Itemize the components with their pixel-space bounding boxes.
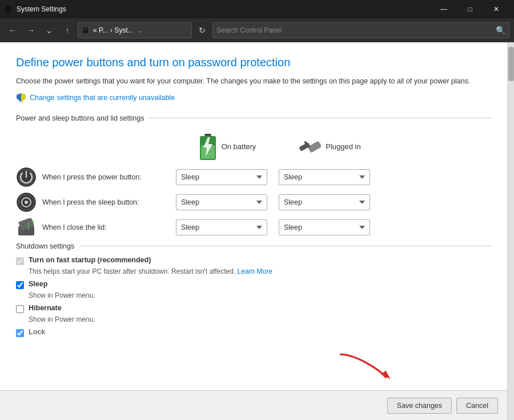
window-controls: — □ ✕ <box>431 0 509 18</box>
minimize-button[interactable]: — <box>431 0 457 18</box>
hibernate-sublabel: Show in Power menu. <box>29 315 491 323</box>
svg-marker-18 <box>381 371 391 379</box>
lock-row: Lock <box>16 328 491 337</box>
address-text: « P... › Syst... <box>93 26 133 34</box>
page-title: Define power buttons and turn on passwor… <box>16 56 491 69</box>
plugged-header: Plugged in <box>279 129 382 165</box>
battery-header: On battery <box>176 129 279 165</box>
footer: Save changes Cancel <box>0 390 507 420</box>
fast-startup-checkbox[interactable] <box>16 257 24 265</box>
lid-icon <box>16 217 37 238</box>
sleep-plugged-select[interactable]: Sleep Do nothing Hibernate Shut down <box>279 194 370 210</box>
shutdown-section: Shutdown settings Turn on fast startup (… <box>16 242 491 337</box>
content-wrapper: Define power buttons and turn on passwor… <box>0 42 514 420</box>
fast-startup-label: Turn on fast startup (recommended) <box>29 256 151 264</box>
lid-battery-select[interactable]: Sleep Do nothing Hibernate Shut down <box>176 219 267 235</box>
hibernate-checkbox[interactable] <box>16 305 24 313</box>
power-battery-select-wrapper: Sleep Do nothing Hibernate Shut down Tur… <box>176 169 279 185</box>
sleep-battery-select[interactable]: Sleep Do nothing Hibernate Shut down <box>176 194 267 210</box>
power-button-row: When I press the power button: Sleep Do … <box>16 167 491 187</box>
search-input[interactable] <box>216 26 493 34</box>
cancel-button[interactable]: Cancel <box>456 398 498 414</box>
column-headers: On battery Plugged in <box>16 129 491 165</box>
scrollbar[interactable] <box>507 42 514 420</box>
lid-label: When I close the lid: <box>42 223 107 231</box>
lock-checkbox[interactable] <box>16 329 24 337</box>
lid-row: When I close the lid: Sleep Do nothing H… <box>16 217 491 238</box>
maximize-button[interactable]: □ <box>457 0 483 18</box>
sleep-row: Sleep <box>16 280 491 289</box>
page-description: Choose the power settings that you want … <box>16 76 491 87</box>
search-bar: 🔍 <box>212 22 509 38</box>
main-content: Define power buttons and turn on passwor… <box>0 42 507 420</box>
fast-startup-row: Turn on fast startup (recommended) <box>16 256 491 265</box>
power-button-icon <box>16 167 37 187</box>
learn-more-link[interactable]: Learn More <box>238 267 272 275</box>
hibernate-label: Hibernate <box>29 304 62 312</box>
refresh-button[interactable]: ↻ <box>194 22 210 38</box>
arrow-annotation <box>336 349 393 386</box>
sleep-sublabel: Show in Power menu. <box>29 291 491 299</box>
sleep-checkbox[interactable] <box>16 281 24 289</box>
power-plugged-select-wrapper: Sleep Do nothing Hibernate Shut down Tur… <box>279 169 382 185</box>
app-icon: ⚙ <box>5 5 12 14</box>
back-button[interactable]: ← <box>5 22 21 38</box>
svg-point-15 <box>25 201 28 204</box>
save-changes-button[interactable]: Save changes <box>387 398 452 414</box>
fast-startup-sublabel: This helps start your PC faster after sh… <box>29 267 491 275</box>
titlebar: ⚙ System Settings — □ ✕ <box>0 0 514 18</box>
window-title: System Settings <box>17 5 426 13</box>
address-icon: 🖥 <box>82 26 91 35</box>
search-button[interactable]: 🔍 <box>496 26 505 35</box>
change-settings-link[interactable]: Change settings that are currently unava… <box>30 94 175 102</box>
lock-label: Lock <box>29 328 45 336</box>
power-button-label: When I press the power button: <box>42 173 142 181</box>
sleep-button-row: When I press the sleep button: Sleep Do … <box>16 192 491 213</box>
svg-rect-2 <box>204 134 211 136</box>
battery-icon <box>199 134 217 160</box>
address-chevron-icon: ⌄ <box>138 27 142 34</box>
sleep-button-label: When I press the sleep button: <box>42 198 139 206</box>
up-button[interactable]: ↑ <box>59 22 75 38</box>
sleep-shutdown-label: Sleep <box>29 280 47 288</box>
forward-button[interactable]: → <box>23 22 39 38</box>
toolbar: ← → ⌄ ↑ 🖥 « P... › Syst... ⌄ ↻ 🔍 <box>0 18 514 42</box>
svg-marker-1 <box>21 93 26 102</box>
close-button[interactable]: ✕ <box>483 0 509 18</box>
dropdown-button[interactable]: ⌄ <box>41 22 57 38</box>
sleep-button-icon <box>16 192 37 213</box>
hibernate-row: Hibernate <box>16 304 491 313</box>
shutdown-section-header: Shutdown settings <box>16 242 491 250</box>
power-plugged-select[interactable]: Sleep Do nothing Hibernate Shut down Tur… <box>279 169 370 185</box>
address-bar[interactable]: 🖥 « P... › Syst... ⌄ <box>78 22 192 38</box>
change-settings-link-row: Change settings that are currently unava… <box>16 93 491 103</box>
power-battery-select[interactable]: Sleep Do nothing Hibernate Shut down Tur… <box>176 169 267 185</box>
plug-icon <box>299 139 321 155</box>
shield-icon <box>16 93 26 103</box>
lid-plugged-select[interactable]: Sleep Do nothing Hibernate Shut down <box>279 219 370 235</box>
scrollbar-thumb[interactable] <box>508 47 514 81</box>
power-section-header: Power and sleep buttons and lid settings <box>16 114 491 122</box>
